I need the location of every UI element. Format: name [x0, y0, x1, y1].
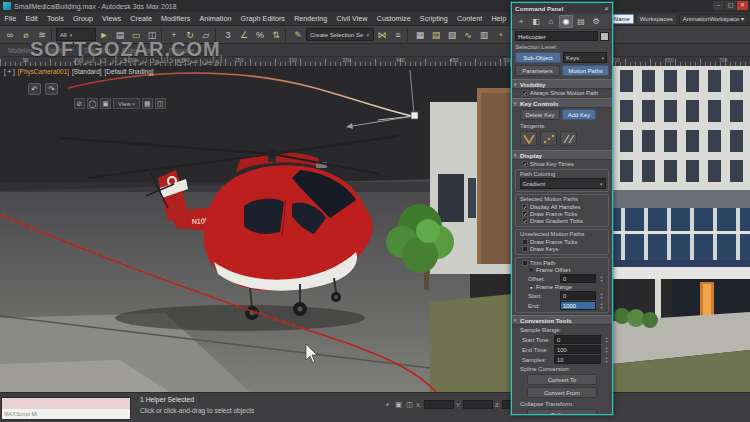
select-and-link-icon[interactable]: ∞	[2, 27, 18, 43]
frame-offset-radio[interactable]: Frame Offset	[518, 266, 607, 273]
angle-snap-toggle-icon[interactable]: ∠	[236, 27, 252, 43]
add-key-button[interactable]: Add Key	[562, 109, 596, 120]
draw-gradient-ticks-checkbox[interactable]: ✓Draw Gradient Ticks	[518, 217, 607, 224]
utilities-tab[interactable]: ⚙	[589, 15, 603, 28]
spinner-snap-toggle-icon[interactable]: ⇅	[268, 27, 284, 43]
viewport-menu-pov[interactable]: [PhysCamera001]	[18, 68, 69, 75]
toggle-ribbon-icon[interactable]: ▧	[444, 27, 460, 43]
menu-item[interactable]: Modifiers	[157, 14, 195, 23]
close-button[interactable]: ✕	[737, 1, 748, 10]
spinner-arrows-icon[interactable]	[598, 292, 605, 300]
range-start-spinner[interactable]: Start: 0	[518, 290, 607, 300]
object-color-swatch[interactable]	[600, 32, 609, 41]
workspace-dropdown[interactable]: AnimationWorkspace ▾	[679, 14, 748, 24]
tangent-linear-button[interactable]	[560, 131, 577, 146]
macro-recorder-row[interactable]	[2, 398, 130, 409]
sub-object-button[interactable]: Sub-Object	[515, 52, 561, 63]
conversion-tools-rollout-header[interactable]: Conversion Tools	[512, 315, 612, 325]
start-time-spinner[interactable]: Start Time: 0	[512, 334, 612, 344]
spinner-value[interactable]: 1000	[560, 301, 596, 310]
tangent-step-button[interactable]	[540, 131, 557, 146]
view-dropdown[interactable]: View	[113, 98, 140, 109]
spinner-value[interactable]: 0	[560, 274, 596, 283]
mirror-icon[interactable]: ⋈	[374, 27, 390, 43]
redo-icon[interactable]: ↷	[45, 83, 58, 95]
viewport-menu-shading[interactable]: [Default Shading]	[105, 68, 154, 75]
align-icon[interactable]: ≡	[390, 27, 406, 43]
x-coordinate-field[interactable]	[424, 400, 454, 409]
spinner-arrows-icon[interactable]	[603, 356, 610, 364]
viewport-menu-general[interactable]: [ + ]	[4, 68, 15, 75]
always-show-motion-path-checkbox[interactable]: ✓ Always Show Motion Path	[512, 89, 612, 96]
toggle-scene-explorer-icon[interactable]: ▦	[412, 27, 428, 43]
spinner-value[interactable]: 0	[560, 291, 596, 300]
unselected-draw-keys-checkbox[interactable]: Draw Keys	[518, 245, 607, 252]
dope-sheet-icon[interactable]: ▥	[476, 27, 492, 43]
spinner-value[interactable]: 0	[554, 335, 601, 344]
path-coloring-dropdown[interactable]: Gradient▾	[520, 178, 606, 189]
named-selection-sets-dropdown[interactable]: Create Selection Se	[306, 28, 374, 41]
menu-item[interactable]: Graph Editors	[236, 14, 290, 23]
delete-key-button[interactable]: Delete Key	[520, 109, 560, 120]
menu-item[interactable]: File	[0, 14, 21, 23]
snap-toggle-3d-icon[interactable]: 3	[220, 27, 236, 43]
collapse-button[interactable]: Collapse	[527, 409, 597, 415]
motion-tab[interactable]: ◉	[559, 15, 573, 28]
spinner-value[interactable]: 100	[554, 345, 601, 354]
convert-to-button[interactable]: Convert To	[527, 374, 597, 385]
convert-from-button[interactable]: Convert From	[527, 387, 597, 398]
menu-item[interactable]: Tools	[42, 14, 68, 23]
circle-icon[interactable]: ◯	[87, 98, 98, 109]
show-key-times-checkbox[interactable]: ✓ Show Key Times	[512, 160, 612, 167]
motion-path-key[interactable]	[411, 112, 418, 119]
lock-icon[interactable]: ▣	[100, 98, 111, 109]
selection-lock-icon[interactable]: ▣	[394, 400, 403, 409]
end-time-spinner[interactable]: End Time: 100	[512, 344, 612, 354]
edit-named-selection-sets-icon[interactable]: ✎	[290, 27, 306, 43]
spinner-arrows-icon[interactable]	[598, 275, 605, 283]
range-end-spinner[interactable]: End: 1000	[518, 300, 607, 310]
viewport[interactable]: N109CX	[0, 66, 750, 392]
display-rollout-header[interactable]: Display	[512, 150, 612, 160]
listener-row[interactable]: MAXScript Mi	[2, 409, 130, 419]
curve-editor-icon[interactable]: ∿	[460, 27, 476, 43]
menu-item[interactable]: Scripting	[415, 14, 452, 23]
trim-path-checkbox[interactable]: Trim Path	[518, 259, 607, 266]
menu-item[interactable]: Content	[452, 14, 486, 23]
maximize-button[interactable]: ▢	[725, 1, 736, 10]
slashed-circle-icon[interactable]: ⊘	[74, 98, 85, 109]
menu-item[interactable]: Edit	[21, 14, 43, 23]
spinner-value[interactable]: 10	[554, 355, 601, 364]
tangent-auto-button[interactable]	[520, 131, 537, 146]
parameters-button[interactable]: Parameters	[515, 65, 560, 76]
spinner-arrows-icon[interactable]	[598, 302, 605, 310]
spinner-arrows-icon[interactable]	[603, 336, 610, 344]
modify-tab[interactable]: ◧	[529, 15, 543, 28]
frame-range-radio[interactable]: ● Frame Range	[518, 283, 607, 290]
hierarchy-tab[interactable]: ⌂	[544, 15, 558, 28]
display-all-handles-checkbox[interactable]: ✓Display All Handles	[518, 203, 607, 210]
grid-icon[interactable]: ▦	[142, 98, 153, 109]
viewport-menu-standard[interactable]: [Standard]	[72, 68, 102, 75]
transform-gizmo-icon[interactable]: ⌖	[383, 400, 392, 409]
y-coordinate-field[interactable]	[463, 400, 493, 409]
menu-item[interactable]: Customize	[372, 14, 415, 23]
draw-frame-ticks-checkbox[interactable]: ✓Draw Frame Ticks	[518, 210, 607, 217]
sub-object-level-dropdown[interactable]: Keys▾	[563, 52, 607, 63]
create-tab[interactable]: +	[514, 15, 528, 28]
motion-paths-button[interactable]: Motion Paths	[562, 65, 609, 76]
offset-spinner[interactable]: Offset: 0	[518, 273, 607, 283]
menu-item[interactable]: Create	[126, 14, 157, 23]
menu-item[interactable]: Animation	[195, 14, 236, 23]
layout-icon[interactable]: ◫	[155, 98, 166, 109]
percent-snap-toggle-icon[interactable]: %	[252, 27, 268, 43]
toolbar-separator[interactable]	[285, 28, 289, 42]
menu-item[interactable]: Help	[487, 14, 511, 23]
undo-icon[interactable]: ↶	[28, 83, 41, 95]
menu-item[interactable]: Civil View	[332, 14, 372, 23]
toolbar-separator[interactable]	[407, 28, 411, 42]
spinner-arrows-icon[interactable]	[603, 346, 610, 354]
absolute-relative-toggle-icon[interactable]: ◫	[405, 400, 414, 409]
maxscript-mini-listener[interactable]: MAXScript Mi	[1, 397, 131, 420]
menu-item[interactable]: Views	[98, 14, 126, 23]
